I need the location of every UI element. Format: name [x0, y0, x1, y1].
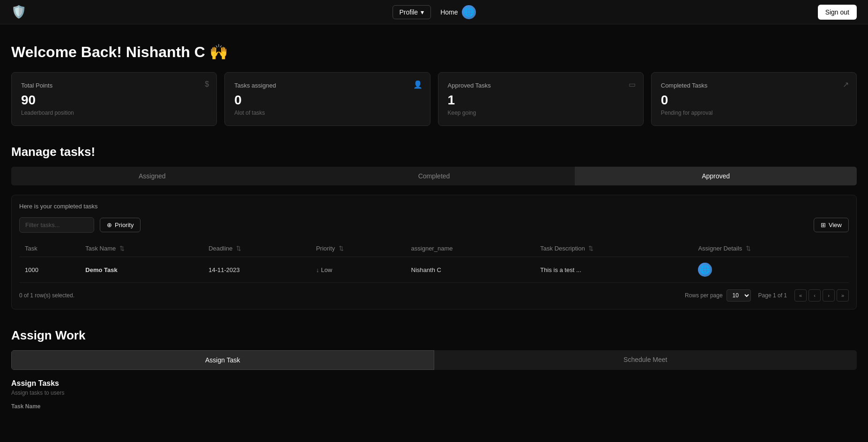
stat-value-0: 90: [21, 93, 207, 108]
page-nav: « ‹ › »: [794, 289, 849, 302]
priority-arrow-icon: ↓: [316, 266, 319, 273]
priority-filter-icon: ⊕: [107, 221, 112, 228]
signout-button[interactable]: Sign out: [818, 5, 857, 20]
priority-filter-label: Priority: [115, 221, 134, 228]
tab-completed[interactable]: Completed: [293, 167, 575, 185]
cell-task-desc: This is a test ...: [534, 257, 692, 283]
tasks-tabs-bar: Assigned Completed Approved: [11, 167, 857, 185]
profile-label: Profile: [399, 8, 418, 16]
view-label: View: [829, 221, 842, 228]
assigner-avatar: 🌐: [698, 263, 712, 277]
pagination-right: Rows per page 10 25 50 Page 1 of 1 « ‹ ›…: [685, 289, 849, 302]
task-name-label: Task Name: [11, 403, 40, 410]
stat-card-1: 👤 Tasks assigned 0 Alot of tasks: [224, 72, 430, 126]
stat-label-1: Tasks assigned: [234, 82, 420, 89]
col-task-name[interactable]: Task Name ⇅: [80, 240, 203, 257]
cell-task: 1000: [19, 257, 80, 283]
col-task-desc[interactable]: Task Description ⇅: [534, 240, 692, 257]
table-header: Task Task Name ⇅ Deadline ⇅ Priority ⇅ a…: [19, 240, 849, 257]
rows-per-page-label: Rows per page: [685, 292, 723, 299]
schedule-meet-tab[interactable]: Schedule Meet: [434, 350, 857, 370]
col-priority[interactable]: Priority ⇅: [311, 240, 406, 257]
assign-tabs: Assign Task Schedule Meet: [11, 350, 857, 370]
stat-value-2: 1: [448, 93, 634, 108]
rows-per-page: Rows per page 10 25 50: [685, 289, 751, 302]
stat-value-1: 0: [234, 93, 420, 108]
stat-card-2: ▭ Approved Tasks 1 Keep going: [438, 72, 644, 126]
assign-tasks-title: Assign Tasks: [11, 379, 857, 388]
first-page-btn[interactable]: «: [794, 289, 807, 302]
task-subtitle: Here is your completed tasks: [19, 203, 849, 210]
assign-work-section: Assign Work Assign Task Schedule Meet As…: [11, 328, 857, 410]
tab-approved[interactable]: Approved: [575, 167, 857, 185]
home-link[interactable]: Home 🌐: [440, 5, 475, 19]
stat-card-0: $ Total Points 90 Leaderboard position: [11, 72, 217, 126]
main-content: Welcome Back! Nishanth C 🙌 $ Total Point…: [0, 24, 868, 421]
stat-sub-0: Leaderboard position: [21, 110, 207, 116]
manage-tasks-title: Manage tasks!: [11, 145, 857, 159]
assign-content: Assign Tasks Assign tasks to users Task …: [11, 379, 857, 410]
assign-work-title: Assign Work: [11, 328, 857, 343]
tasks-table: Task Task Name ⇅ Deadline ⇅ Priority ⇅ a…: [19, 240, 849, 283]
prev-page-btn[interactable]: ‹: [809, 289, 821, 302]
stat-icon-0: $: [205, 80, 209, 88]
stat-icon-1: 👤: [413, 80, 423, 89]
stat-card-3: ↗ Completed Tasks 0 Pending for approval: [651, 72, 857, 126]
view-icon: ⊞: [821, 221, 826, 228]
view-button[interactable]: ⊞ View: [814, 218, 849, 232]
col-assigner-name: assigner_name: [406, 240, 535, 257]
cell-priority: ↓ Low: [311, 257, 406, 283]
profile-chevron-icon: ▾: [421, 8, 424, 16]
next-page-btn[interactable]: ›: [823, 289, 835, 302]
stat-label-0: Total Points: [21, 82, 207, 89]
profile-button[interactable]: Profile ▾: [392, 5, 431, 19]
stat-icon-2: ▭: [629, 80, 636, 89]
stat-sub-3: Pending for approval: [661, 110, 847, 116]
priority-filter-button[interactable]: ⊕ Priority: [100, 218, 141, 232]
stat-sub-2: Keep going: [448, 110, 634, 116]
priority-value: Low: [321, 266, 332, 273]
filter-input[interactable]: [19, 217, 94, 233]
stat-label-3: Completed Tasks: [661, 82, 847, 89]
rows-per-page-select[interactable]: 10 25 50: [727, 289, 751, 302]
cell-deadline: 14-11-2023: [203, 257, 310, 283]
assign-tasks-sub: Assign tasks to users: [11, 390, 857, 396]
stats-grid: $ Total Points 90 Leaderboard position 👤…: [11, 72, 857, 126]
home-label: Home: [440, 8, 458, 16]
stat-sub-1: Alot of tasks: [234, 110, 420, 116]
page-info: Page 1 of 1: [758, 292, 787, 299]
assign-task-tab[interactable]: Assign Task: [11, 350, 434, 370]
task-area: Here is your completed tasks ⊕ Priority …: [11, 195, 857, 309]
avatar: 🌐: [462, 5, 476, 19]
task-toolbar-left: ⊕ Priority: [19, 217, 141, 233]
col-task: Task: [19, 240, 80, 257]
col-assigner-details[interactable]: Assigner Details ⇅: [692, 240, 849, 257]
pagination-bar: 0 of 1 row(s) selected. Rows per page 10…: [19, 289, 849, 302]
navbar-center: Profile ▾ Home 🌐: [392, 5, 475, 19]
navbar-logo: 🛡️: [11, 5, 26, 20]
cell-assigner-name: Nishanth C: [406, 257, 535, 283]
welcome-title: Welcome Back! Nishanth C 🙌: [11, 43, 857, 61]
stat-label-2: Approved Tasks: [448, 82, 634, 89]
table-body: 1000 Demo Task 14-11-2023 ↓ Low Nishanth…: [19, 257, 849, 283]
cell-assigner-details: 🌐: [692, 257, 849, 283]
table-row: 1000 Demo Task 14-11-2023 ↓ Low Nishanth…: [19, 257, 849, 283]
manage-tasks-section: Manage tasks! Assigned Completed Approve…: [11, 145, 857, 309]
tab-assigned[interactable]: Assigned: [11, 167, 293, 185]
col-deadline[interactable]: Deadline ⇅: [203, 240, 310, 257]
navbar: 🛡️ Profile ▾ Home 🌐 Sign out: [0, 0, 868, 24]
task-toolbar: ⊕ Priority ⊞ View: [19, 217, 849, 233]
last-page-btn[interactable]: »: [837, 289, 849, 302]
selected-info: 0 of 1 row(s) selected.: [19, 292, 74, 299]
stat-icon-3: ↗: [843, 80, 849, 89]
cell-task-name: Demo Task: [80, 257, 203, 283]
stat-value-3: 0: [661, 93, 847, 108]
